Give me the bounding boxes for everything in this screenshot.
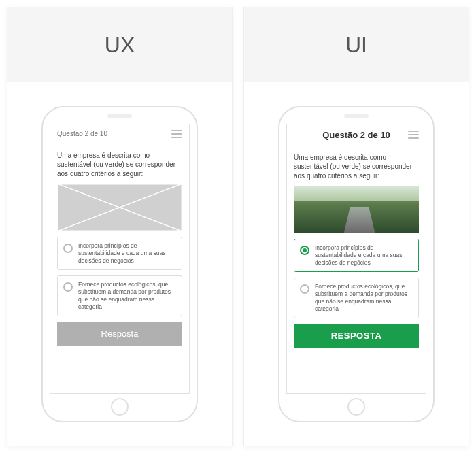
- option-1-text: Incorpora princípios de sustentabilidade…: [78, 242, 176, 265]
- ux-panel: UX Questão 2 de 10 Uma empresa é descrit…: [7, 7, 233, 446]
- ux-panel-title: UX: [7, 7, 232, 82]
- ux-panel-body: Questão 2 de 10 Uma empresa é descrita c…: [7, 82, 232, 446]
- topbar-ux: Questão 2 de 10: [50, 124, 189, 144]
- option-1-text: Incorpora princípios de sustentabilidade…: [315, 244, 413, 267]
- question-text: Uma empresa é descrita como sustentável …: [294, 153, 419, 181]
- radio-icon[interactable]: [300, 284, 309, 294]
- option-1[interactable]: Incorpora princípios de sustentabilidade…: [57, 237, 182, 270]
- ui-panel-body: Questão 2 de 10 Uma empresa é descrita c…: [244, 82, 469, 446]
- question-progress: Questão 2 de 10: [57, 130, 107, 137]
- topbar-ui: Questão 2 de 10: [287, 124, 426, 146]
- option-2[interactable]: Fornece productos ecológicos, que substi…: [294, 278, 419, 318]
- option-2[interactable]: Fornece productos ecológicos, que substi…: [57, 275, 182, 316]
- content-ux: Uma empresa é descrita como sustentável …: [50, 144, 189, 393]
- menu-icon[interactable]: [171, 130, 182, 138]
- phone-speaker: [344, 114, 369, 118]
- answer-button[interactable]: Resposta: [57, 322, 182, 346]
- question-image: [294, 186, 419, 233]
- content-ui: Uma empresa é descrita como sustentável …: [287, 146, 426, 393]
- radio-icon[interactable]: [63, 244, 73, 253]
- menu-icon[interactable]: [408, 131, 419, 139]
- phone-screen-ux: Questão 2 de 10 Uma empresa é descrita c…: [50, 124, 190, 394]
- phone-speaker: [107, 114, 132, 118]
- answer-button[interactable]: RESPOSTA: [294, 324, 419, 348]
- home-button[interactable]: [111, 398, 129, 416]
- home-button[interactable]: [347, 398, 365, 416]
- option-2-text: Fornece productos ecológicos, que substi…: [78, 281, 176, 311]
- question-progress: Questão 2 de 10: [305, 130, 408, 140]
- image-placeholder-icon: [57, 184, 182, 231]
- option-2-text: Fornece productos ecológicos, que substi…: [315, 283, 413, 313]
- phone-mockup-ux: Questão 2 de 10 Uma empresa é descrita c…: [41, 106, 198, 422]
- radio-icon[interactable]: [300, 246, 309, 255]
- ui-panel-title: UI: [244, 7, 469, 82]
- question-text: Uma empresa é descrita como sustentável …: [57, 151, 182, 179]
- phone-screen-ui: Questão 2 de 10 Uma empresa é descrita c…: [286, 124, 426, 394]
- radio-icon[interactable]: [63, 282, 73, 292]
- phone-mockup-ui: Questão 2 de 10 Uma empresa é descrita c…: [278, 106, 435, 422]
- option-1[interactable]: Incorpora princípios de sustentabilidade…: [294, 239, 419, 272]
- ui-panel: UI Questão 2 de 10 Uma empresa é descrit…: [243, 7, 469, 446]
